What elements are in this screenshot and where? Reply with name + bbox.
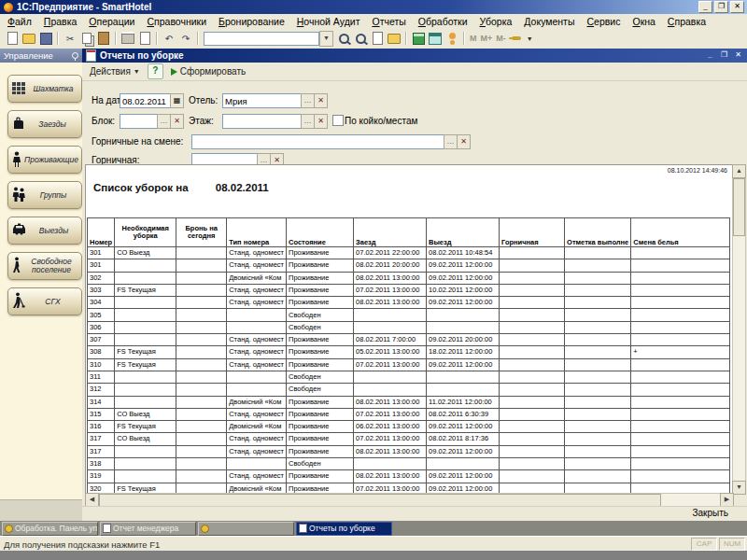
menu-item-Обработки[interactable]: Обработки: [418, 16, 468, 27]
cell: 09.02.2011 12:00:00: [427, 297, 500, 309]
cell: Станд. одномест: [227, 408, 287, 420]
menu-item-Правка[interactable]: Правка: [44, 16, 77, 27]
cell: [631, 371, 730, 383]
floor-input[interactable]: [222, 114, 304, 129]
sidebar-item-Группы[interactable]: Группы: [7, 181, 82, 209]
cell: [565, 384, 631, 396]
restore-button[interactable]: ❐: [714, 1, 728, 13]
sidebar-item-Выезды[interactable]: Выезды: [7, 217, 82, 245]
menu-item-Справка[interactable]: Справка: [668, 16, 706, 27]
beds-checkbox[interactable]: [332, 115, 344, 126]
open-icon[interactable]: [21, 32, 36, 46]
table-row: 315СО ВыездСтанд. одноместПроживание07.0…: [88, 408, 730, 420]
floor-select-button[interactable]: …: [301, 114, 315, 129]
sidebar-item-Заезды[interactable]: Заезды: [7, 110, 82, 138]
find-input[interactable]: [204, 32, 319, 46]
hotel-select-button[interactable]: …: [301, 93, 315, 108]
pin-icon[interactable]: [72, 52, 78, 59]
find-dropdown-icon[interactable]: ▼: [319, 31, 333, 47]
calendar-icon[interactable]: ▦: [170, 93, 184, 108]
undo-icon[interactable]: ↶: [162, 32, 176, 46]
date-input[interactable]: [120, 93, 174, 108]
key-dropdown-icon[interactable]: ▼: [527, 35, 533, 42]
cell: 08.02.2011 6:30:39: [427, 408, 500, 420]
m-button[interactable]: M: [470, 34, 477, 43]
vertical-scrollbar[interactable]: ▲ ▼: [732, 164, 746, 495]
cell: 305: [88, 309, 115, 321]
menu-item-Справочники[interactable]: Справочники: [147, 16, 206, 27]
copy-icon[interactable]: [79, 32, 94, 46]
actions-button[interactable]: Действия ▼: [86, 65, 144, 77]
table-icon[interactable]: [428, 32, 443, 46]
report-view[interactable]: 08.10.2012 14:49:46 Список уборок на 08.…: [85, 164, 734, 495]
m-plus-button[interactable]: M+: [481, 34, 493, 43]
new-icon[interactable]: [5, 32, 20, 46]
minimize-button[interactable]: _: [698, 1, 712, 13]
print-icon[interactable]: [120, 32, 135, 46]
hotel-input[interactable]: [222, 93, 304, 108]
cell: Проживание: [287, 408, 354, 420]
preview-icon[interactable]: [137, 32, 152, 46]
child-close-button[interactable]: ✕: [732, 50, 744, 61]
window-icon[interactable]: [370, 32, 385, 46]
m-minus-button[interactable]: M-: [496, 34, 506, 43]
scroll-up-icon[interactable]: ▲: [732, 164, 746, 178]
close-report-button[interactable]: Закрыть: [688, 508, 732, 518]
paste-icon[interactable]: [96, 32, 111, 46]
child-minimize-button[interactable]: _: [704, 50, 716, 61]
redo-icon[interactable]: ↷: [178, 32, 193, 46]
cell: [565, 433, 631, 445]
cut-icon[interactable]: ✂: [63, 32, 78, 46]
find-next-icon[interactable]: [353, 32, 368, 46]
cell: [631, 433, 730, 445]
sidebar-item-Свободное поселение[interactable]: Свободное поселение: [7, 252, 82, 280]
close-button[interactable]: ✕: [730, 1, 744, 13]
taskbar-window-blank[interactable]: [198, 522, 294, 536]
sidebar-item-Шахматка[interactable]: Шахматка: [7, 75, 82, 103]
menu-item-Операции[interactable]: Операции: [89, 16, 134, 27]
sidebar-item-label: Проживающие: [24, 156, 78, 164]
sidebar-item-СГХ[interactable]: СГХ: [7, 287, 82, 315]
maids-shift-clear-button[interactable]: ✕: [457, 134, 471, 149]
column-header: Заезд: [354, 218, 427, 247]
actions-label: Действия: [90, 66, 131, 77]
help-button[interactable]: ?: [148, 63, 163, 79]
menu-item-Бронирование[interactable]: Бронирование: [218, 16, 285, 27]
horizontal-scrollbar[interactable]: ◀ ▶: [85, 493, 734, 507]
taskbar-window-Отчет менеджера[interactable]: Отчет менеджера: [100, 522, 196, 536]
hotel-clear-button[interactable]: ✕: [314, 93, 328, 108]
block-select-button[interactable]: …: [157, 114, 171, 129]
menu-item-Файл[interactable]: Файл: [7, 16, 32, 27]
vertical-scroll-thumb[interactable]: [733, 178, 745, 236]
menu-item-Уборка[interactable]: Уборка: [480, 16, 513, 27]
sidebar-item-Проживающие[interactable]: Проживающие: [7, 146, 82, 174]
menu-item-Ночной Аудит[interactable]: Ночной Аудит: [297, 16, 360, 27]
menu-item-Документы[interactable]: Документы: [524, 16, 574, 27]
maids-shift-input[interactable]: [191, 134, 447, 149]
menu-item-Окна[interactable]: Окна: [632, 16, 655, 27]
calc-icon[interactable]: [411, 32, 426, 46]
block-input[interactable]: [120, 114, 161, 129]
floor-clear-button[interactable]: ✕: [314, 114, 328, 129]
scroll-right-icon[interactable]: ▶: [720, 493, 734, 507]
table-shape: [429, 33, 442, 45]
menu-item-Отчеты[interactable]: Отчеты: [372, 16, 405, 27]
find-prev-icon[interactable]: [336, 32, 351, 46]
cell: [500, 458, 565, 470]
block-clear-button[interactable]: ✕: [170, 114, 184, 129]
generate-button[interactable]: Сформировать: [167, 65, 250, 77]
child-restore-button[interactable]: ❐: [718, 50, 730, 61]
horizontal-scroll-thumb[interactable]: [99, 494, 661, 507]
maids-shift-select-button[interactable]: …: [444, 134, 458, 149]
scroll-down-icon[interactable]: ▼: [732, 481, 746, 495]
save-icon[interactable]: [38, 32, 53, 46]
scroll-left-icon[interactable]: ◀: [85, 493, 99, 507]
taskbar-window-Обработка. Панель управл...[interactable]: Обработка. Панель управл...: [2, 522, 98, 536]
coins-icon[interactable]: [387, 32, 402, 46]
taskbar-window-Отчеты по уборке[interactable]: Отчеты по уборке: [296, 522, 392, 536]
assistant-icon[interactable]: [444, 32, 459, 46]
key-icon[interactable]: [509, 32, 524, 46]
cell: Станд. одномест: [227, 470, 287, 483]
report-window-icon: [86, 49, 96, 62]
menu-item-Сервис[interactable]: Сервис: [586, 16, 620, 27]
